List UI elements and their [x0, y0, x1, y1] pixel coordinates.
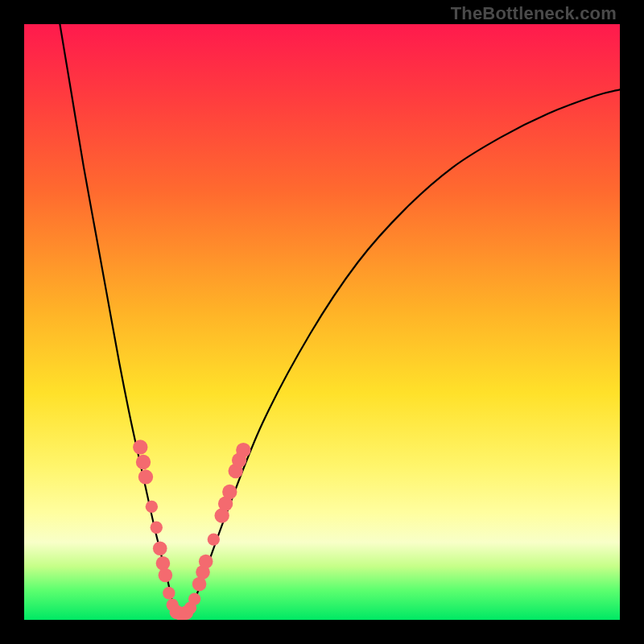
watermark-text: TheBottleneck.com: [451, 3, 617, 24]
curve-marker: [133, 440, 147, 454]
curve-markers: [133, 440, 250, 620]
curve-marker: [138, 469, 153, 484]
bottleneck-curve: [60, 24, 620, 618]
curve-marker: [208, 533, 220, 545]
curve-marker: [199, 555, 213, 569]
chart-svg: [24, 24, 620, 620]
chart-plot-area: [24, 24, 620, 620]
curve-marker: [222, 485, 237, 499]
curve-marker: [236, 443, 250, 457]
curve-marker: [188, 592, 200, 605]
curve-marker: [153, 541, 167, 555]
curve-marker: [151, 522, 163, 534]
curve-marker: [159, 568, 173, 583]
curve-marker: [136, 455, 151, 469]
curve-marker: [156, 556, 171, 571]
curve-marker: [163, 587, 175, 599]
curve-marker: [146, 501, 158, 513]
